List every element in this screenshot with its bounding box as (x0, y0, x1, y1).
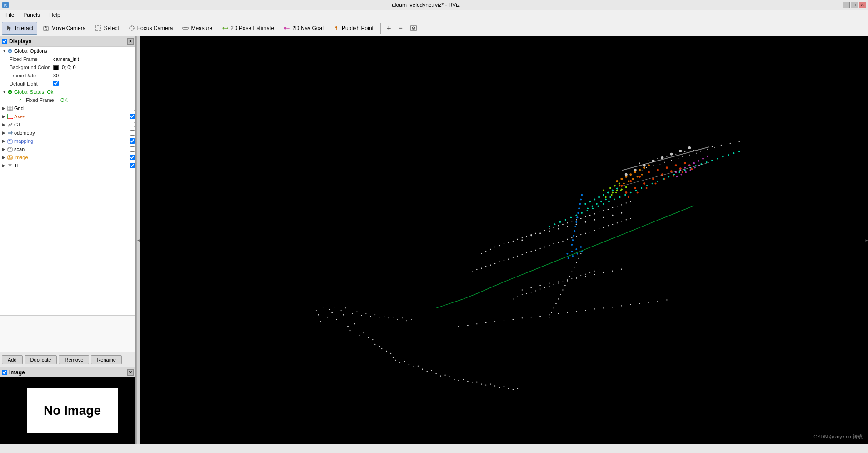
svg-point-176 (526, 252, 527, 253)
svg-point-139 (522, 237, 523, 238)
svg-point-252 (684, 151, 685, 152)
svg-point-321 (616, 180, 618, 182)
frame-rate-value: 30 (53, 73, 135, 78)
svg-point-172 (508, 259, 509, 260)
3d-viewport[interactable]: CSDN @znyx.cn 转载 (140, 36, 868, 444)
svg-point-300 (648, 171, 650, 173)
add-view-button[interactable]: + (384, 22, 394, 35)
svg-point-50 (314, 317, 314, 317)
properties-area (0, 316, 135, 352)
duplicate-button[interactable]: Duplicate (25, 355, 57, 364)
measure-button[interactable]: Measure (178, 22, 216, 35)
tf-arrow: ▶ (2, 163, 7, 168)
scan-row[interactable]: ▶ scan (0, 145, 135, 153)
axes-row[interactable]: ▶ Axes (0, 112, 135, 121)
2d-nav-button[interactable]: 2D Nav Goal (279, 22, 328, 35)
displays-panel-checkbox[interactable] (2, 39, 7, 44)
image-panel-header: Image ✕ (0, 367, 135, 378)
svg-point-349 (594, 198, 595, 200)
mapping-row[interactable]: ▶ mapping (0, 137, 135, 145)
svg-point-340 (616, 189, 618, 191)
global-status-row[interactable]: ▼ Global Status: Ok (0, 88, 135, 96)
interact-button[interactable]: Interact (2, 22, 37, 35)
svg-point-294 (648, 302, 649, 303)
svg-point-81 (444, 374, 445, 375)
scan-checkbox[interactable] (130, 146, 135, 152)
menu-panels[interactable]: Panels (20, 11, 44, 19)
select-button[interactable]: Select (90, 22, 123, 35)
svg-point-67 (386, 351, 387, 352)
odometry-checkbox[interactable] (130, 130, 135, 136)
remove-button[interactable]: Remove (59, 355, 89, 364)
svg-point-299 (639, 176, 641, 178)
rename-button[interactable]: Rename (91, 355, 122, 364)
svg-point-115 (402, 317, 403, 318)
svg-point-298 (629, 180, 632, 182)
tf-checkbox[interactable] (130, 163, 135, 168)
publish-point-button[interactable]: Publish Point (329, 22, 378, 35)
svg-point-133 (494, 247, 495, 247)
image-content: No Image (0, 378, 135, 444)
tf-row[interactable]: ▶ TF (0, 161, 135, 170)
add-button[interactable]: Add (2, 355, 23, 364)
default-light-checkbox[interactable] (53, 81, 59, 86)
gt-row[interactable]: ▶ GT (0, 121, 135, 129)
displays-panel: Displays ✕ ▼ Global Options Fixed Frame … (0, 36, 135, 367)
svg-point-401 (568, 257, 569, 259)
mapping-checkbox[interactable] (130, 138, 135, 144)
svg-point-88 (476, 381, 477, 382)
svg-point-59 (354, 323, 355, 324)
svg-point-156 (599, 211, 599, 212)
right-edge-handle[interactable] (865, 36, 868, 444)
svg-point-403 (576, 253, 578, 255)
minimize-button[interactable]: ─ (843, 2, 850, 8)
svg-point-90 (485, 384, 486, 385)
svg-point-185 (567, 239, 568, 240)
grid-checkbox[interactable] (130, 106, 135, 111)
svg-point-405 (571, 244, 573, 246)
image-display-checkbox[interactable] (130, 155, 135, 160)
2d-pose-button[interactable]: 2D Pose Estimate (217, 22, 278, 35)
svg-point-85 (463, 379, 464, 380)
check-icon: ✓ (17, 97, 23, 103)
svg-point-264 (664, 162, 665, 163)
global-options-row[interactable]: ▼ Global Options (0, 47, 135, 55)
svg-point-217 (560, 294, 561, 295)
svg-point-178 (535, 250, 536, 251)
gt-checkbox[interactable] (130, 122, 135, 127)
camera-view-button[interactable] (407, 22, 420, 35)
odometry-row[interactable]: ▶ odometry (0, 129, 135, 137)
svg-point-179 (539, 248, 540, 249)
grid-row[interactable]: ▶ Grid (0, 104, 135, 112)
displays-tree[interactable]: ▼ Global Options Fixed Frame camera_init… (0, 46, 135, 316)
focus-camera-button[interactable]: Focus Camera (124, 22, 177, 35)
svg-point-407 (573, 235, 574, 237)
svg-point-363 (559, 221, 561, 223)
menu-bar: File Panels Help (0, 10, 868, 20)
svg-point-55 (336, 319, 337, 320)
move-camera-label: Move Camera (51, 25, 85, 31)
move-camera-button[interactable]: Move Camera (38, 22, 90, 35)
maximize-button[interactable]: □ (851, 2, 858, 8)
svg-point-106 (361, 315, 362, 316)
image-display-row[interactable]: ▶ Image (0, 153, 135, 161)
grid-arrow: ▶ (2, 106, 7, 111)
menu-file[interactable]: File (2, 11, 18, 19)
app-icon: R (2, 1, 9, 9)
remove-view-button[interactable]: − (395, 22, 405, 35)
image-panel-checkbox[interactable] (2, 370, 7, 375)
close-button[interactable]: ✕ (859, 2, 866, 8)
svg-point-255 (712, 146, 713, 147)
svg-rect-49 (142, 36, 866, 444)
displays-panel-close[interactable]: ✕ (127, 38, 134, 45)
svg-point-204 (558, 281, 559, 282)
svg-point-362 (554, 223, 556, 225)
status-bar (0, 444, 868, 453)
axes-checkbox[interactable] (130, 114, 135, 119)
svg-point-284 (558, 313, 559, 314)
fixed-frame-name: Fixed Frame (8, 56, 53, 62)
panel-collapse-handle[interactable] (136, 36, 140, 444)
menu-help[interactable]: Help (45, 11, 64, 19)
image-panel-close[interactable]: ✕ (127, 369, 134, 376)
svg-point-56 (343, 314, 344, 315)
